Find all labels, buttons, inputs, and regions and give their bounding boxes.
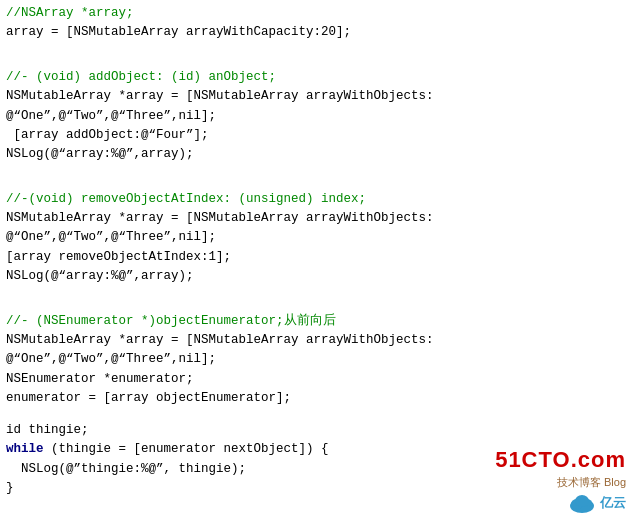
code-line: array = [NSMutableArray arrayWithCapacit…: [6, 23, 628, 42]
code-line: @“One”,@“Two”,@“Three”,nil];: [6, 107, 628, 126]
code-line: NSMutableArray *array = [NSMutableArray …: [6, 331, 628, 350]
code-line: NSLog(@“array:%@”,array);: [6, 145, 628, 164]
code-line: enumerator = [array objectEnumerator];: [6, 389, 628, 408]
code-line: NSLog(@“array:%@”,array);: [6, 267, 628, 286]
code-lines: //NSArray *array;array = [NSMutableArray…: [6, 4, 628, 498]
code-line: //- (void) addObject: (id) anObject;: [6, 68, 628, 87]
svg-point-3: [575, 495, 589, 507]
code-line: @“One”,@“Two”,@“Three”,nil];: [6, 228, 628, 247]
code-line: NSMutableArray *array = [NSMutableArray …: [6, 209, 628, 228]
code-line: //-(void) removeObjectAtIndex: (unsigned…: [6, 190, 628, 209]
code-line: [6, 408, 628, 421]
code-line: NSMutableArray *array = [NSMutableArray …: [6, 87, 628, 106]
code-line: [6, 177, 628, 190]
code-line: @“One”,@“Two”,@“Three”,nil];: [6, 350, 628, 369]
watermark: 51CTO.com 技术博客 Blog 亿云: [495, 447, 626, 514]
code-line: [array removeObjectAtIndex:1];: [6, 248, 628, 267]
code-line: NSEnumerator *enumerator;: [6, 370, 628, 389]
code-line: [6, 299, 628, 312]
code-area: //NSArray *array;array = [NSMutableArray…: [0, 0, 634, 524]
code-line: //- (NSEnumerator *)objectEnumerator;从前向…: [6, 312, 628, 331]
code-line: id thingie;: [6, 421, 628, 440]
logo-bottom-row: 亿云: [568, 492, 626, 514]
logo-subtext: 技术博客 Blog: [557, 475, 626, 490]
code-line: [6, 55, 628, 68]
code-line: //NSArray *array;: [6, 4, 628, 23]
cloud-icon: [568, 492, 596, 514]
code-line: [6, 165, 628, 178]
code-line: [array addObject:@“Four”];: [6, 126, 628, 145]
code-line: [6, 287, 628, 300]
logo-bottom-text: 亿云: [600, 494, 626, 512]
logo-text: 51CTO.com: [495, 447, 626, 473]
code-line: [6, 43, 628, 56]
